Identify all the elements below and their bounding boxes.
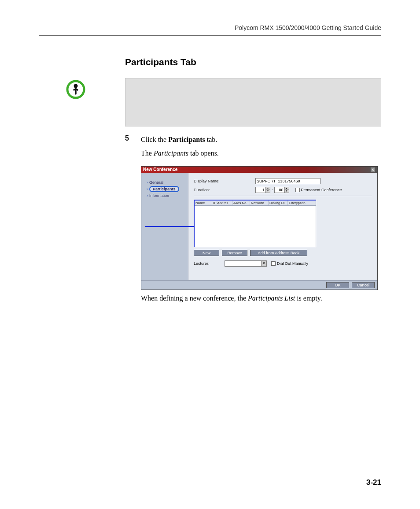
dialog-screenshot: New Conference × ›General ›Participants … (141, 166, 381, 290)
nav-label-selected: Participants (149, 186, 179, 192)
after-b: Participants List (248, 294, 295, 302)
after-text: When defining a new conference, the Part… (141, 294, 381, 302)
participants-list[interactable]: Name IP Addres Alias Na Network Dialing … (194, 200, 316, 247)
dial-out-checkbox[interactable] (271, 261, 276, 266)
col-encryption: Encryption (288, 201, 316, 205)
duration-mins-spinner[interactable]: ▲▼ (274, 187, 289, 193)
chevron-icon: › (147, 187, 148, 191)
permanent-label: Permanent Conference (301, 188, 342, 192)
dial-out-label: Dial Out Manually (277, 261, 308, 266)
after-a: When defining a new conference, the (141, 294, 248, 302)
nav-participants[interactable]: ›Participants (147, 186, 185, 192)
duration-separator: : (272, 188, 273, 192)
duration-hours-spinner[interactable]: ▲▼ (255, 187, 270, 193)
list-header: Name IP Addres Alias Na Network Dialing … (195, 201, 316, 206)
step-body: Click the Participants tab. The Particip… (141, 134, 219, 162)
nav-information[interactable]: ›Information (147, 193, 185, 198)
page-number: 3-21 (366, 478, 381, 487)
col-network: Network (250, 201, 269, 205)
running-header: Polycom RMX 1500/2000/4000 Getting Start… (39, 24, 381, 31)
step-bold: Participants (168, 136, 205, 143)
spinner-buttons[interactable]: ▲▼ (285, 187, 289, 193)
step-text: The (141, 149, 154, 157)
col-ip: IP Addres (212, 201, 232, 205)
remove-button[interactable]: Remove (222, 250, 247, 256)
nav-label: Information (149, 193, 169, 198)
note-banner (125, 78, 381, 126)
note-icon (66, 80, 85, 101)
col-name: Name (195, 201, 212, 205)
duration-mins-input[interactable] (274, 187, 285, 193)
after-c: is empty. (295, 294, 322, 302)
step-text: Click the (141, 136, 168, 143)
chevron-down-icon: ▼ (261, 261, 266, 266)
permanent-checkbox[interactable] (295, 188, 300, 192)
close-button[interactable]: × (370, 167, 376, 172)
cancel-button[interactable]: Cancel (352, 282, 375, 288)
section-title: Participants Tab (125, 57, 381, 67)
duration-hours-input[interactable] (255, 187, 266, 193)
dialog-titlebar: New Conference × (141, 167, 377, 173)
add-address-book-button[interactable]: Add from Address Book (250, 250, 307, 256)
step-text: tab opens. (188, 149, 219, 157)
new-button[interactable]: New (194, 250, 219, 256)
lecturer-label: Lecturer: (194, 261, 225, 266)
lecturer-select[interactable]: ▼ (225, 260, 267, 267)
col-dialing: Dialing Di (269, 201, 288, 205)
display-name-input[interactable] (255, 178, 321, 184)
chevron-icon: › (147, 180, 148, 185)
nav-label: General (149, 180, 163, 185)
header-rule (39, 35, 381, 36)
callout-line (145, 226, 195, 227)
display-name-label: Display Name: (194, 179, 255, 183)
step-number: 5 (125, 134, 141, 162)
chevron-icon: › (147, 193, 148, 198)
dialog-title-text: New Conference (143, 167, 177, 172)
step-italic: Participants (154, 149, 188, 157)
nav-general[interactable]: ›General (147, 180, 185, 185)
spinner-buttons[interactable]: ▲▼ (266, 187, 270, 193)
duration-label: Duration: (194, 188, 255, 192)
ok-button[interactable]: OK (326, 282, 349, 288)
step-text: tab. (205, 136, 217, 143)
col-alias: Alias Na (232, 201, 250, 205)
